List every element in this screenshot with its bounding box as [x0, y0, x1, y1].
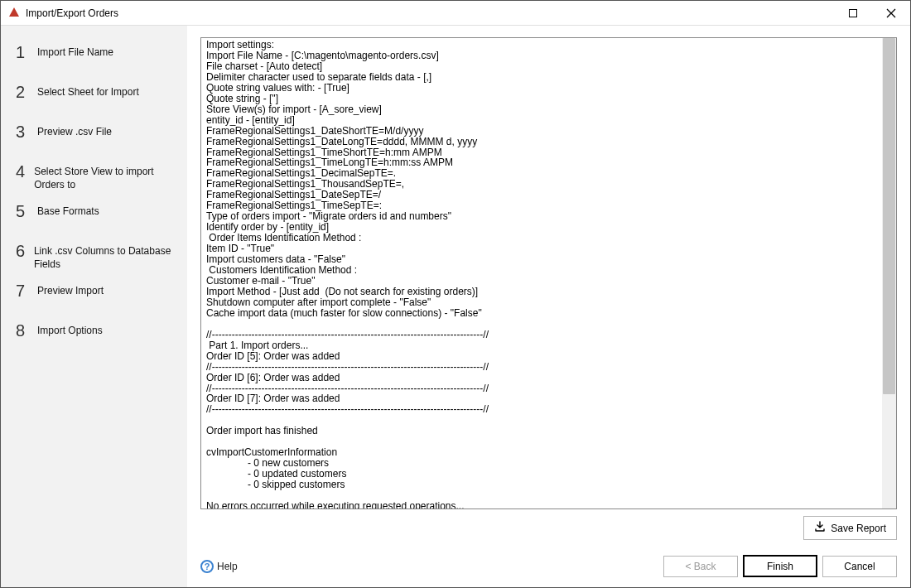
step-base-formats[interactable]: 5 Base Formats [1, 196, 187, 236]
step-number: 7 [16, 281, 37, 299]
cancel-button[interactable]: Cancel [822, 556, 897, 577]
close-icon [886, 8, 896, 18]
save-report-bar: Save Report [200, 509, 897, 540]
step-label: Preview .csv File [37, 122, 117, 139]
titlebar: Import/Export Orders [1, 1, 910, 26]
step-number: 2 [16, 82, 37, 100]
step-number: 5 [16, 201, 37, 219]
step-number: 6 [16, 241, 34, 259]
save-report-button[interactable]: Save Report [803, 516, 897, 540]
step-label: Preview Import [37, 281, 108, 298]
back-button[interactable]: < Back [663, 556, 738, 577]
svg-rect-0 [850, 9, 857, 17]
app-icon [7, 7, 21, 20]
step-label: Import Options [37, 321, 108, 338]
window-title: Import/Export Orders [26, 7, 834, 19]
step-number: 4 [16, 161, 34, 180]
step-select-store-view[interactable]: 4 Select Store View to import Orders to [1, 157, 187, 196]
main-panel: Import settings: Import File Name - [C:\… [187, 26, 910, 587]
import-export-orders-window: Import/Export Orders 1 Import File Name … [0, 0, 911, 588]
maximize-icon [849, 9, 857, 17]
download-icon [814, 521, 826, 535]
scroll-thumb[interactable] [883, 38, 895, 394]
step-number: 3 [16, 122, 37, 140]
step-select-sheet[interactable]: 2 Select Sheet for Import [1, 77, 187, 117]
help-icon: ? [200, 560, 214, 573]
help-label: Help [217, 561, 238, 572]
step-number: 1 [16, 42, 37, 60]
step-preview-csv[interactable]: 3 Preview .csv File [1, 117, 187, 157]
step-link-columns[interactable]: 6 Link .csv Columns to Database Fields [1, 236, 187, 276]
finish-label: Finish [767, 561, 793, 572]
cancel-label: Cancel [844, 561, 875, 572]
step-number: 8 [16, 321, 37, 339]
import-log-text[interactable]: Import settings: Import File Name - [C:\… [201, 38, 882, 508]
step-label: Import File Name [37, 42, 118, 60]
import-log-box: Import settings: Import File Name - [C:\… [200, 37, 897, 509]
log-scrollbar[interactable] [882, 38, 896, 508]
step-label: Base Formats [37, 201, 104, 219]
step-label: Select Store View to import Orders to [34, 161, 179, 191]
step-import-file-name[interactable]: 1 Import File Name [1, 37, 187, 77]
close-button[interactable] [872, 1, 910, 25]
step-import-options[interactable]: 8 Import Options [1, 316, 187, 355]
back-label: < Back [685, 561, 716, 572]
body: 1 Import File Name 2 Select Sheet for Im… [1, 26, 910, 587]
maximize-button[interactable] [834, 1, 872, 25]
wizard-sidebar: 1 Import File Name 2 Select Sheet for Im… [1, 26, 187, 587]
save-report-label: Save Report [831, 523, 886, 534]
wizard-footer: ? Help < Back Finish Cancel [200, 540, 897, 577]
step-label: Select Sheet for Import [37, 82, 144, 99]
window-controls [834, 1, 910, 25]
step-preview-import[interactable]: 7 Preview Import [1, 276, 187, 316]
finish-button[interactable]: Finish [743, 555, 817, 577]
help-link[interactable]: ? Help [200, 560, 238, 573]
step-label: Link .csv Columns to Database Fields [34, 241, 179, 271]
